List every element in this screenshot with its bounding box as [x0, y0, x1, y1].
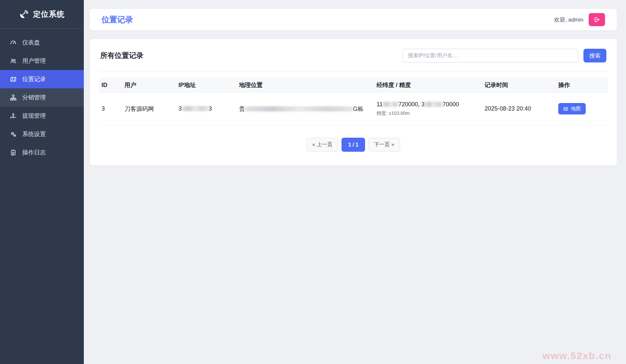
sidebar-nav: 仪表盘 用户管理 位置记录 [0, 29, 84, 162]
location-prefix: 贵 [239, 106, 245, 112]
cell-location: 贵G栋 [236, 93, 374, 125]
current-page-indicator[interactable]: 1 / 1 [341, 138, 365, 152]
sidebar-item-label: 位置记录 [22, 75, 46, 83]
map-button-icon [563, 106, 568, 112]
cell-ip: 33 [176, 93, 236, 125]
map-button-label: 地图 [571, 106, 581, 112]
col-header-actions: 操作 [556, 78, 608, 93]
records-card: 所有位置记录 搜索 ID 用户 IP地址 地理位置 经纬度 / 精度 记录时间 [90, 39, 617, 165]
col-header-location: 地理位置 [236, 78, 374, 93]
col-header-time: 记录时间 [482, 78, 556, 93]
sidebar-item-distribution[interactable]: 分销管理 [0, 88, 84, 107]
coord-part1: 11 [377, 101, 383, 108]
sidebar-item-location-records[interactable]: 位置记录 [0, 70, 84, 88]
sidebar-item-withdrawal[interactable]: 提现管理 [0, 107, 84, 125]
app-logo: 定位系统 [0, 0, 84, 29]
redacted-ip-blur [182, 106, 209, 111]
sidebar-item-users[interactable]: 用户管理 [0, 52, 84, 70]
col-header-id: ID [99, 78, 122, 93]
ip-prefix: 3 [178, 105, 182, 112]
satellite-dish-icon [19, 10, 28, 19]
search-group: 搜索 [402, 49, 606, 62]
redacted-coord-blur-1 [383, 102, 398, 107]
sidebar-item-label: 操作日志 [22, 148, 46, 156]
sidebar-item-label: 用户管理 [22, 57, 46, 65]
cell-id: 3 [99, 93, 122, 125]
welcome-text: 欢迎, admin [554, 16, 583, 24]
table-row: 3 刀客源码网 33 贵G栋 11720000, 370000 精度: ±103… [99, 93, 608, 125]
cell-coords: 11720000, 370000 精度: ±103.00m [374, 93, 482, 125]
hand-money-icon [10, 113, 17, 119]
coord-part2: 720000, 3 [398, 101, 425, 108]
clipboard-icon [10, 149, 17, 156]
map-icon [10, 76, 17, 83]
cell-time: 2025-08-23 20:40 [482, 93, 556, 125]
prev-page-button[interactable]: « 上一页 [306, 138, 338, 152]
coords-line: 11720000, 370000 [377, 101, 479, 108]
map-button[interactable]: 地图 [558, 103, 586, 114]
gears-icon [10, 131, 17, 138]
location-suffix: G栋 [353, 106, 363, 112]
page-title: 位置记录 [101, 14, 133, 25]
top-header: 位置记录 欢迎, admin [90, 9, 617, 30]
sidebar-item-settings[interactable]: 系统设置 [0, 125, 84, 143]
redacted-coord-blur-2 [425, 102, 443, 107]
accuracy-text: 精度: ±103.00m [377, 110, 479, 116]
main-area: 位置记录 欢迎, admin 所有位置记录 搜索 [84, 0, 626, 364]
table-header-row: ID 用户 IP地址 地理位置 经纬度 / 精度 记录时间 操作 [99, 78, 608, 93]
app-title: 定位系统 [33, 9, 64, 19]
search-button[interactable]: 搜索 [583, 49, 606, 62]
coord-part3: 70000 [443, 101, 459, 108]
redacted-location-blur [245, 106, 353, 112]
col-header-ip: IP地址 [176, 78, 236, 93]
sidebar: 定位系统 仪表盘 用户管理 [0, 0, 84, 364]
watermark: www.52xb.cn [543, 350, 612, 361]
pagination: « 上一页 1 / 1 下一页 » [99, 138, 608, 152]
ip-suffix: 3 [209, 105, 212, 112]
header-right: 欢迎, admin [554, 13, 605, 26]
logout-button[interactable] [589, 13, 605, 26]
sidebar-item-label: 系统设置 [22, 130, 46, 138]
card-title: 所有位置记录 [100, 51, 143, 61]
sign-out-icon [594, 16, 600, 23]
search-input[interactable] [402, 49, 578, 62]
app-root: 定位系统 仪表盘 用户管理 [0, 0, 626, 364]
records-card-header: 所有位置记录 搜索 [99, 49, 608, 62]
sidebar-item-logs[interactable]: 操作日志 [0, 143, 84, 162]
users-icon [10, 58, 17, 64]
sidebar-item-label: 分销管理 [22, 94, 46, 101]
sidebar-item-label: 提现管理 [22, 112, 46, 120]
next-page-button[interactable]: 下一页 » [368, 138, 400, 152]
sitemap-icon [10, 94, 17, 101]
cell-user: 刀客源码网 [122, 93, 176, 125]
col-header-user: 用户 [122, 78, 176, 93]
col-header-coords: 经纬度 / 精度 [374, 78, 482, 93]
sidebar-item-dashboard[interactable]: 仪表盘 [0, 33, 84, 52]
divider [99, 72, 608, 72]
sidebar-item-label: 仪表盘 [22, 39, 40, 46]
records-table: ID 用户 IP地址 地理位置 经纬度 / 精度 记录时间 操作 3 刀客源码网… [99, 78, 608, 125]
gauge-icon [10, 39, 17, 46]
cell-actions: 地图 [556, 93, 608, 125]
